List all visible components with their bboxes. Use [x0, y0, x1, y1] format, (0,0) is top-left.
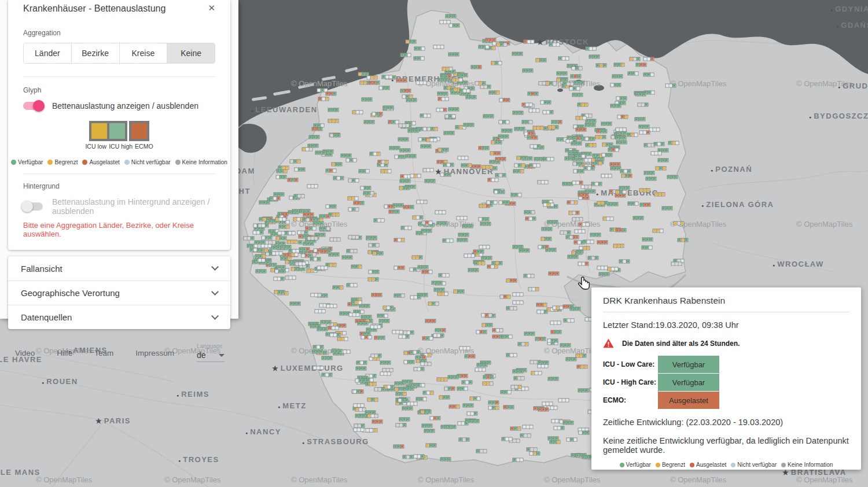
hospital-glyph[interactable] [476, 449, 487, 453]
hospital-glyph[interactable] [413, 56, 424, 60]
hospital-glyph[interactable] [416, 81, 427, 85]
hospital-glyph[interactable] [462, 403, 473, 407]
hospital-glyph[interactable] [325, 204, 336, 208]
hospital-glyph[interactable] [433, 333, 444, 337]
hospital-glyph[interactable] [426, 138, 437, 142]
hospital-glyph[interactable] [442, 67, 453, 71]
hospital-glyph[interactable] [326, 304, 337, 308]
hospital-glyph[interactable] [538, 180, 549, 184]
hospital-glyph[interactable] [627, 132, 638, 136]
hospital-glyph[interactable] [423, 391, 434, 395]
hospital-glyph[interactable] [457, 387, 468, 391]
hospital-glyph[interactable] [523, 39, 534, 43]
hospital-glyph[interactable] [275, 241, 286, 245]
hospital-glyph[interactable] [520, 434, 531, 438]
hospital-glyph[interactable] [372, 420, 383, 424]
hospital-glyph[interactable] [573, 136, 584, 141]
hospital-glyph[interactable] [567, 437, 578, 441]
hospital-glyph[interactable] [400, 53, 411, 57]
hospital-glyph[interactable] [548, 377, 559, 381]
hospital-glyph[interactable] [627, 201, 638, 205]
hospital-glyph[interactable] [547, 220, 558, 224]
accordion-datenquellen[interactable]: Datenquellen [8, 305, 230, 329]
hospital-glyph[interactable] [615, 135, 626, 139]
hospital-glyph[interactable] [573, 241, 584, 245]
hospital-glyph[interactable] [286, 239, 297, 244]
hospital-glyph[interactable] [341, 154, 352, 158]
hospital-glyph[interactable] [394, 238, 405, 242]
hospital-glyph[interactable] [590, 233, 601, 237]
hospital-glyph[interactable] [501, 437, 512, 441]
hospital-glyph[interactable] [355, 414, 366, 418]
hospital-glyph[interactable] [558, 399, 569, 403]
hospital-glyph[interactable] [596, 129, 607, 133]
hospital-glyph[interactable] [414, 47, 425, 51]
hospital-glyph[interactable] [461, 164, 472, 168]
hospital-glyph[interactable] [539, 81, 550, 85]
hospital-glyph[interactable] [542, 401, 553, 405]
hospital-glyph[interactable] [312, 221, 323, 225]
hospital-glyph[interactable] [457, 156, 468, 160]
hospital-glyph[interactable] [436, 221, 447, 225]
hospital-glyph[interactable] [361, 335, 372, 339]
hospital-glyph[interactable] [649, 127, 660, 131]
hospital-glyph[interactable] [452, 78, 463, 82]
hospital-glyph[interactable] [541, 227, 552, 231]
hospital-glyph[interactable] [633, 216, 644, 220]
hospital-glyph[interactable] [332, 349, 343, 353]
hospital-glyph[interactable] [469, 419, 480, 423]
hospital-glyph[interactable] [348, 207, 359, 211]
hospital-glyph[interactable] [366, 235, 377, 239]
hospital-glyph[interactable] [448, 53, 459, 57]
hospital-glyph[interactable] [275, 217, 286, 221]
hospital-glyph[interactable] [422, 270, 433, 274]
hospital-glyph[interactable] [495, 157, 506, 161]
hospital-glyph[interactable] [551, 330, 562, 334]
hospital-glyph[interactable] [466, 411, 477, 415]
hospital-glyph[interactable] [439, 20, 450, 24]
hospital-glyph[interactable] [635, 117, 646, 121]
hospital-glyph[interactable] [458, 233, 469, 237]
hospital-glyph[interactable] [513, 110, 524, 115]
hospital-glyph[interactable] [499, 295, 510, 299]
hospital-glyph[interactable] [543, 157, 554, 161]
hospital-glyph[interactable] [312, 345, 323, 349]
hospital-glyph[interactable] [629, 57, 640, 61]
hospital-glyph[interactable] [547, 339, 558, 343]
hospital-glyph[interactable] [307, 184, 318, 188]
hospital-glyph[interactable] [328, 108, 339, 112]
hospital-glyph[interactable] [513, 301, 524, 305]
hospital-glyph[interactable] [536, 302, 547, 307]
hospital-glyph[interactable] [572, 162, 583, 166]
hospital-glyph[interactable] [425, 179, 436, 183]
hospital-glyph[interactable] [354, 201, 365, 205]
hospital-glyph[interactable] [603, 216, 614, 220]
hospital-glyph[interactable] [278, 166, 289, 170]
hospital-glyph[interactable] [487, 178, 498, 182]
hospital-glyph[interactable] [326, 92, 337, 96]
hospital-glyph[interactable] [437, 292, 448, 296]
hospital-glyph[interactable] [377, 160, 388, 164]
hospital-glyph[interactable] [438, 78, 449, 82]
hospital-glyph[interactable] [547, 436, 558, 440]
hospital-glyph[interactable] [572, 180, 583, 185]
hospital-glyph[interactable] [355, 367, 366, 371]
hospital-glyph[interactable] [578, 431, 589, 435]
close-icon[interactable]: ✕ [208, 3, 215, 12]
hospital-glyph[interactable] [392, 330, 403, 334]
hospital-glyph[interactable] [330, 333, 341, 337]
hospital-glyph[interactable] [479, 245, 490, 249]
hospital-glyph[interactable] [529, 109, 540, 113]
hospital-glyph[interactable] [297, 230, 308, 234]
hospital-glyph[interactable] [524, 274, 535, 278]
hospital-glyph[interactable] [301, 147, 312, 152]
hospital-glyph[interactable] [506, 278, 517, 282]
hospital-glyph[interactable] [416, 200, 427, 204]
hospital-glyph[interactable] [589, 54, 599, 58]
hospital-glyph[interactable] [403, 330, 414, 334]
hospital-glyph[interactable] [347, 283, 358, 287]
hospital-glyph[interactable] [503, 405, 514, 409]
hospital-glyph[interactable] [249, 248, 260, 252]
hospital-glyph[interactable] [437, 377, 448, 381]
hospital-glyph[interactable] [364, 120, 375, 124]
